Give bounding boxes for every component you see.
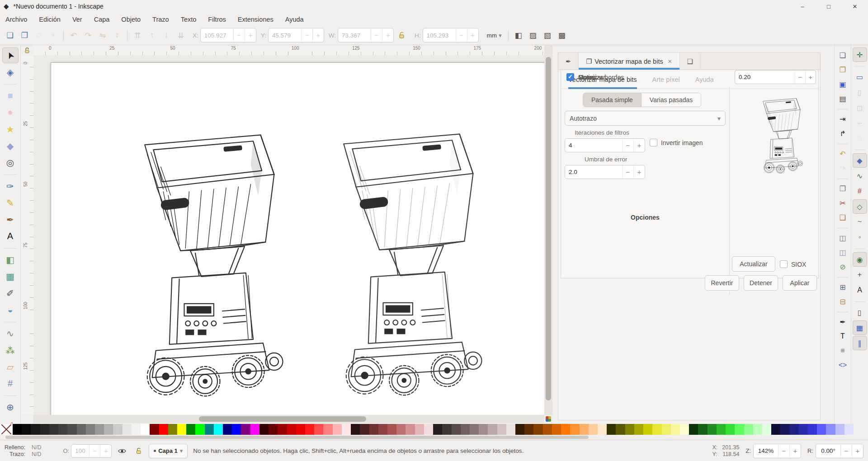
vertical-ruler[interactable]: 0255075100125 [21,55,34,415]
color-swatch[interactable] [589,424,598,435]
palette-scrollbar-thumb[interactable] [5,436,589,439]
rotate-90-ccw[interactable]: ↶ [66,28,81,42]
copy[interactable]: ❐ [836,182,849,195]
maximize-button[interactable]: □ [816,0,842,13]
tool-button[interactable] [4,171,17,175]
import-document[interactable]: ⇥ [836,112,849,126]
color-swatch[interactable] [524,424,533,435]
menu-item[interactable]: Archivo [5,16,27,23]
color-swatch[interactable] [424,424,433,435]
color-swatch[interactable] [671,424,680,435]
color-swatch[interactable] [415,424,424,435]
menu-item[interactable]: Capa [94,16,110,23]
minus-button[interactable]: − [795,71,805,84]
zoom-tool[interactable]: ⊕ [2,399,19,415]
scale-corners-toggle[interactable]: ▩ [555,28,569,42]
rotation-spinbox[interactable]: 0.00° − + [816,444,863,458]
color-swatch[interactable] [433,424,442,435]
color-swatch[interactable] [616,424,625,435]
color-swatch[interactable] [214,424,223,435]
color-swatch[interactable] [168,424,177,435]
command-button[interactable] [837,274,848,278]
color-swatch[interactable] [479,424,488,435]
minus-button[interactable]: − [840,445,852,457]
plus-button[interactable]: + [852,445,863,457]
layer-selector-dropdown[interactable]: Capa 1 ▾ [149,444,188,458]
color-swatch[interactable] [396,424,406,435]
tool-button[interactable] [4,245,17,249]
raise-to-top[interactable]: ⇈ [130,28,145,42]
group-objects[interactable]: ⊞ [836,280,849,294]
node-tool[interactable]: ◈ [2,64,19,80]
lower-to-bottom[interactable]: ⇊ [174,28,188,42]
color-swatch[interactable] [753,424,762,435]
rectangle-tool[interactable]: ■ [2,88,19,103]
save-document[interactable]: ▣ [836,77,849,91]
snap-toggle[interactable] [854,63,865,66]
opacity-spinbox[interactable]: 100 − + [71,444,112,458]
close-icon[interactable]: ✕ [668,58,672,65]
command-button[interactable] [837,309,848,312]
cut[interactable]: ✂ [836,196,849,210]
revert-button[interactable]: Revertir [705,275,739,291]
xml-editor[interactable]: <> [836,358,849,372]
color-swatch[interactable] [607,424,616,435]
color-swatch[interactable] [159,424,168,435]
snap-toggle[interactable] [854,146,865,150]
color-swatch[interactable] [598,424,607,435]
menu-item[interactable]: Objeto [121,16,141,23]
vertical-scrollbar[interactable] [544,45,552,415]
color-swatch[interactable] [378,424,387,435]
color-swatch[interactable] [625,424,634,435]
color-swatch[interactable] [515,424,524,435]
y-field[interactable]: 45.579 − + [268,28,324,42]
snap-path[interactable]: ∿ [853,169,867,183]
color-swatch[interactable] [86,424,95,435]
dock-tab-export[interactable]: ❑ [680,53,701,70]
ungroup-objects[interactable]: ⊟ [836,295,849,308]
color-swatch[interactable] [442,424,451,435]
color-swatch[interactable] [58,424,67,435]
color-swatch[interactable] [771,424,780,435]
palette-scrollbar[interactable] [0,435,868,439]
select-all[interactable]: ❏ [3,28,17,42]
guide-lock-toggle[interactable] [21,45,33,56]
w-plus-button[interactable]: + [382,29,393,42]
snap-object-centers[interactable]: ◉ [853,252,867,267]
layer-lock-toggle[interactable] [132,445,144,457]
color-swatch[interactable] [835,424,844,435]
color-swatch[interactable] [77,424,86,435]
color-swatch[interactable] [652,424,661,435]
3dbox-tool[interactable]: ◆ [2,138,19,154]
pen-tool[interactable]: ✑ [2,178,19,194]
open-document[interactable]: ❒ [836,63,849,76]
paste[interactable]: ❑ [836,211,849,224]
command-button[interactable] [837,176,848,179]
color-swatch[interactable] [205,424,214,435]
rotate-90-cw[interactable]: ↷ [81,28,95,42]
eraser-tool[interactable]: ▱ [2,359,19,375]
snap-cusp-nodes[interactable]: ◇ [853,199,867,214]
menu-item[interactable]: Ayuda [285,16,304,23]
color-swatch[interactable] [561,424,570,435]
color-swatch[interactable] [552,424,561,435]
color-swatch[interactable] [533,424,542,435]
close-button[interactable]: ✕ [842,0,868,13]
dock-tab-trace-bitmap[interactable]: ❐ Vectorizar mapa de bits ✕ [579,53,680,70]
x-minus-button[interactable]: − [233,29,245,42]
snap-nodes[interactable]: ◆ [853,153,867,168]
selection-cue-toggle[interactable]: ▫ [46,28,61,42]
raise[interactable]: ↑ [145,28,159,42]
print-document[interactable]: ▤ [836,92,849,105]
color-swatch[interactable] [726,424,735,435]
color-swatch[interactable] [259,424,269,435]
color-swatch[interactable] [461,424,470,435]
scale-stroke-toggle[interactable]: ▧ [540,28,555,42]
horizontal-ruler[interactable]: 0255075100125150175200 [33,45,544,56]
plus-button[interactable]: + [789,445,801,457]
zoom-spinbox[interactable]: 142% − + [753,444,801,458]
color-swatch[interactable] [95,424,104,435]
color-swatch[interactable] [708,424,717,435]
color-swatch[interactable] [689,424,698,435]
menu-item[interactable]: Extensiones [238,16,274,23]
